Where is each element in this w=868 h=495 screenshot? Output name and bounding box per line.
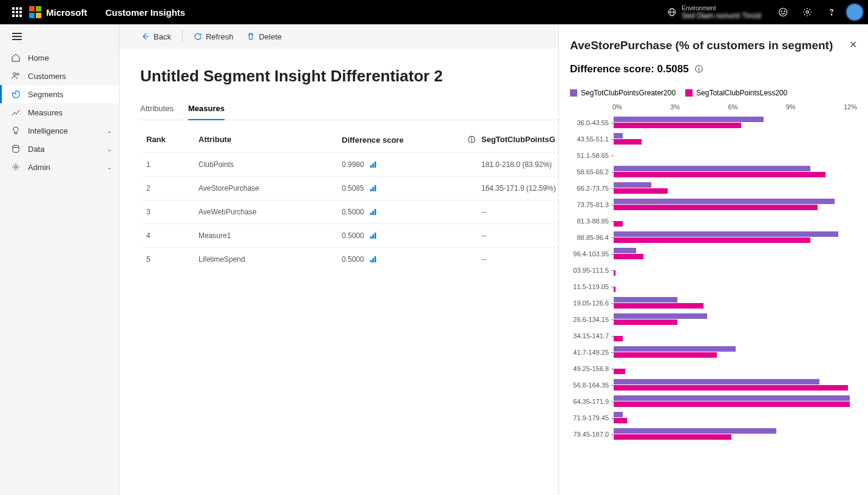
chart-bars (614, 378, 857, 392)
feedback-icon[interactable] (773, 2, 793, 22)
settings-icon[interactable] (798, 2, 817, 22)
svg-rect-31 (370, 213, 372, 215)
mini-chart-icon (370, 162, 378, 168)
bar-series-b (614, 352, 717, 358)
sidebar-item-measures[interactable]: Measures (0, 103, 119, 121)
sidebar-item-customers[interactable]: Customers (0, 67, 119, 85)
svg-rect-30 (375, 185, 376, 191)
environment-picker[interactable]: Environment Sed Diam nonumt Tincid (660, 5, 768, 20)
environment-label: Environment (682, 5, 761, 12)
cell-rank: 3 (140, 208, 198, 216)
bar-series-b (614, 303, 704, 309)
cell-difference: 0.9980 (342, 160, 481, 169)
cell-difference: 0.5000 (342, 208, 481, 216)
chart-category-label: 49.25-156.8 (570, 365, 611, 372)
bar-series-a (614, 313, 707, 319)
bar-series-a (614, 248, 636, 253)
help-icon[interactable] (822, 2, 841, 22)
chart-row: 03.95-111.5 - (570, 262, 857, 278)
chart-category-label: 66.2-73.75 (570, 185, 611, 192)
svg-rect-6 (12, 15, 15, 17)
sidebar-item-home[interactable]: Home (0, 49, 119, 67)
svg-rect-38 (372, 258, 374, 262)
svg-rect-26 (372, 163, 374, 168)
chart-legend: SegTotClubPointsGreater200 SegTotalClubP… (570, 89, 857, 97)
measures-icon (11, 108, 21, 117)
bar-series-b (614, 434, 731, 440)
svg-rect-11 (29, 13, 35, 18)
svg-rect-5 (19, 11, 22, 13)
refresh-button[interactable]: Refresh (189, 30, 239, 44)
content-area: Back Refresh Delete Untitled Segment Ins… (120, 24, 868, 495)
sidebar-item-label: Customers (28, 72, 66, 81)
chevron-down-icon: ⌄ (107, 128, 112, 134)
svg-rect-12 (36, 13, 41, 18)
chart-row: 41.7-149.25 - (570, 344, 857, 360)
sidebar-item-label: Home (28, 53, 49, 63)
sidebar-item-intelligence[interactable]: Intelligence ⌄ (0, 121, 119, 140)
svg-rect-33 (375, 209, 376, 215)
info-icon[interactable]: ⓘ (695, 64, 703, 75)
cell-rank: 5 (140, 255, 198, 264)
bar-series-b (614, 336, 623, 341)
chart-bars (614, 264, 857, 277)
svg-rect-1 (16, 7, 18, 10)
sidebar-item-data[interactable]: Data ⌄ (0, 140, 119, 158)
cell-attribute: Measure1 (198, 231, 342, 240)
close-icon[interactable]: ✕ (849, 39, 857, 50)
chart-row: 66.2-73.75 - (570, 180, 857, 196)
tab-measures[interactable]: Measures (188, 104, 225, 120)
chart-category-label: 11.5-119.05 (570, 283, 611, 290)
bar-series-a (614, 428, 776, 434)
sidebar-item-segments[interactable]: Segments (0, 85, 119, 103)
chart-category-label: 96.4-103.95 (570, 250, 611, 258)
panel-title: AveStorePurchase (% of customers in segm… (570, 39, 857, 52)
chart-category-label: 43.55-51.1 (570, 135, 611, 143)
cell-rank: 2 (140, 184, 198, 193)
refresh-icon (194, 32, 202, 41)
chart-row: 43.55-51.1 - (570, 131, 857, 147)
chart-row: 58.65-66.2 - (570, 163, 857, 180)
cell-difference: 0.5000 (342, 255, 481, 264)
chart-x-axis: 0%3%6%9%12% (570, 103, 857, 111)
app-launcher-icon[interactable] (5, 7, 29, 17)
sidebar-item-admin[interactable]: Admin ⌄ (0, 158, 119, 176)
bar-series-a (614, 199, 835, 204)
environment-icon (667, 7, 677, 17)
svg-rect-37 (370, 260, 372, 262)
chart-category-label: 79.45-187.0 (570, 431, 611, 438)
chart-bars (614, 132, 857, 146)
chevron-down-icon: ⌄ (107, 146, 112, 152)
svg-rect-3 (12, 11, 15, 13)
legend-swatch (570, 89, 577, 97)
sidebar-toggle[interactable] (0, 24, 119, 49)
chart-row: 34.15-141.7 - (570, 327, 857, 344)
bar-series-b (614, 319, 677, 325)
delete-button[interactable]: Delete (242, 30, 287, 44)
chart-bars (614, 362, 857, 375)
bar-series-a (614, 182, 651, 188)
cell-rank: 1 (140, 160, 198, 169)
back-button[interactable]: Back (137, 30, 176, 44)
svg-rect-27 (375, 162, 376, 168)
delete-icon (246, 32, 255, 41)
sidebar-item-label: Measures (28, 108, 63, 117)
info-icon[interactable]: ⓘ (468, 135, 475, 145)
bar-series-a (614, 395, 850, 401)
chart-category-label: 56.8-164.35 (570, 381, 611, 389)
bar-series-b (614, 401, 850, 407)
sidebar-item-label: Admin (28, 163, 50, 172)
chart-bars (614, 395, 857, 408)
bar-series-a (614, 231, 838, 237)
user-avatar[interactable] (846, 4, 863, 21)
axis-tick: 0% (612, 103, 622, 111)
chart-row: 56.8-164.35 - (570, 377, 857, 393)
svg-point-18 (784, 11, 785, 12)
tab-attributes[interactable]: Attributes (140, 104, 174, 120)
axis-tick: 3% (670, 103, 680, 111)
cell-attribute: AveWebPurchase (198, 208, 342, 216)
svg-rect-7 (16, 15, 18, 17)
svg-point-23 (13, 145, 19, 148)
bar-series-a (614, 166, 810, 171)
bar-series-a (614, 297, 677, 302)
